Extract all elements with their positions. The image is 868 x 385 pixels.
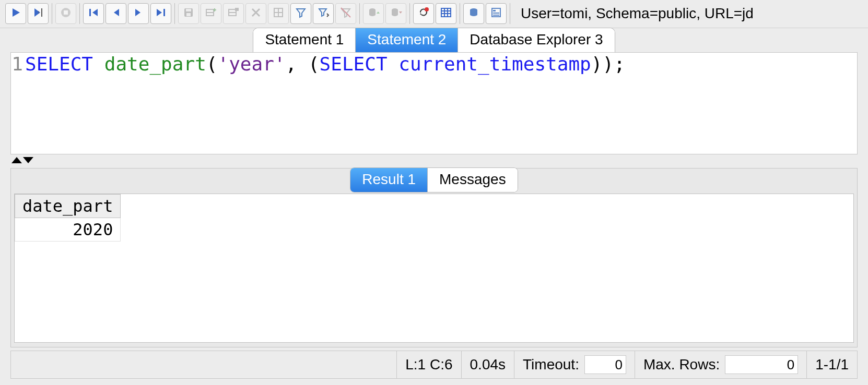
- editor-tabs: Statement 1Statement 2Database Explorer …: [0, 28, 868, 52]
- insert-row-button: [201, 3, 221, 24]
- svg-text:I: I: [38, 10, 39, 15]
- db-up-button: [363, 3, 384, 24]
- editor-tab-3[interactable]: Database Explorer 3: [458, 28, 614, 52]
- toolbar: IUser=tomi, Schema=public, URL=jd: [0, 0, 868, 28]
- timeout-input[interactable]: [584, 355, 626, 374]
- delete-row-button: [245, 3, 266, 24]
- svg-rect-8: [186, 13, 191, 16]
- db-down-icon: [390, 6, 402, 20]
- first-record-button[interactable]: [83, 3, 104, 24]
- grid-dup-icon: [227, 6, 240, 20]
- svg-rect-3: [64, 10, 68, 15]
- column-header[interactable]: date_part: [15, 195, 121, 218]
- results-panel: Result 1Messages date_part2020: [10, 168, 858, 347]
- play-icon: [9, 6, 22, 20]
- sql-token: SELECT: [25, 53, 93, 75]
- svg-point-22: [392, 13, 398, 16]
- svg-rect-13: [235, 8, 239, 11]
- db-view-icon: [467, 6, 480, 20]
- svg-point-31: [470, 13, 477, 16]
- editor-tab-1[interactable]: Statement 1: [253, 28, 356, 52]
- last-record-button[interactable]: [150, 3, 171, 24]
- svg-rect-6: [184, 8, 193, 17]
- result-tab-1[interactable]: Result 1: [350, 168, 428, 192]
- next-icon: [132, 6, 145, 20]
- toolbar-group-misc: [413, 3, 460, 24]
- collapse-down-icon[interactable]: [23, 157, 33, 163]
- stop-button: [55, 3, 76, 24]
- spreadsheet-icon: [440, 6, 452, 20]
- timeout-label: Timeout:: [523, 356, 579, 373]
- sql-token: current_timestamp: [398, 53, 591, 75]
- stop-circle-icon: [60, 6, 72, 20]
- sql-editor[interactable]: 1 SELECT date_part('year', (SELECT curre…: [10, 52, 858, 154]
- toolbar-group-nav: [83, 3, 175, 24]
- collapse-up-icon[interactable]: [11, 157, 22, 163]
- table-row[interactable]: 2020: [15, 218, 121, 242]
- form-view-button[interactable]: [486, 3, 507, 24]
- funnel-clear-icon: [339, 6, 352, 20]
- db-down-button: [385, 3, 406, 24]
- svg-rect-11: [229, 9, 236, 16]
- grid-plus-icon: [205, 6, 217, 20]
- reconnect-icon: [417, 6, 430, 20]
- svg-point-2: [61, 8, 71, 17]
- toolbar-group-run: I: [5, 3, 52, 24]
- svg-rect-18: [369, 10, 376, 15]
- toolbar-group-views: [463, 3, 510, 24]
- toolbar-group-db: [363, 3, 410, 24]
- status-bar: L:1 C:6 0.04s Timeout: Max. Rows: 1-1/1: [10, 351, 858, 379]
- run-single-button[interactable]: I: [28, 3, 49, 24]
- play-cursor-icon: I: [32, 6, 44, 20]
- grid-edit-button: [268, 3, 289, 24]
- sql-token: [93, 53, 104, 75]
- svg-rect-4: [89, 9, 91, 16]
- svg-rect-35: [493, 15, 499, 16]
- svg-rect-7: [186, 9, 191, 11]
- spreadsheet-button[interactable]: [436, 3, 456, 24]
- delete-icon: [250, 6, 262, 20]
- editor-tab-2[interactable]: Statement 2: [356, 28, 458, 52]
- svg-rect-5: [163, 9, 165, 16]
- toolbar-group-edit: [178, 3, 360, 24]
- execution-time: 0.04s: [461, 351, 514, 378]
- filter-button[interactable]: [290, 3, 311, 24]
- svg-point-19: [369, 13, 376, 16]
- svg-rect-34: [493, 13, 499, 14]
- first-icon: [87, 6, 100, 20]
- result-tab-2[interactable]: Messages: [428, 168, 518, 192]
- row-range: 1-1/1: [806, 351, 857, 378]
- duplicate-row-button: [223, 3, 244, 24]
- svg-rect-9: [206, 9, 214, 16]
- db-view-button[interactable]: [463, 3, 484, 24]
- cell[interactable]: 2020: [15, 218, 121, 242]
- svg-rect-14: [274, 8, 283, 17]
- sql-token: (: [206, 53, 218, 75]
- clear-filter-button: [335, 3, 356, 24]
- line-number: 1: [11, 53, 23, 75]
- sql-token: SELECT: [320, 53, 388, 75]
- last-icon: [155, 6, 167, 20]
- db-up-icon: [367, 6, 380, 20]
- connection-info: User=tomi, Schema=public, URL=jd: [521, 5, 754, 22]
- run-button[interactable]: [5, 3, 26, 24]
- result-grid[interactable]: date_part2020: [14, 194, 854, 343]
- sql-token: ));: [591, 53, 625, 75]
- svg-rect-0: [41, 8, 42, 17]
- filter-dropdown-button[interactable]: [313, 3, 334, 24]
- grid-icon: [272, 6, 285, 20]
- sql-code[interactable]: SELECT date_part('year', (SELECT current…: [25, 53, 625, 154]
- maxrows-label: Max. Rows:: [643, 356, 720, 373]
- funnel-down-icon: [317, 6, 330, 20]
- funnel-icon: [295, 6, 307, 20]
- reconnect-button[interactable]: [413, 3, 434, 24]
- svg-rect-24: [441, 8, 451, 17]
- toolbar-group-stop: [55, 3, 80, 24]
- splitter-handle[interactable]: [0, 154, 868, 166]
- next-record-button[interactable]: [128, 3, 149, 24]
- prev-record-button[interactable]: [105, 3, 126, 24]
- svg-rect-21: [392, 10, 398, 15]
- maxrows-input[interactable]: [725, 355, 798, 374]
- line-number-gutter: 1: [11, 53, 25, 154]
- svg-rect-33: [493, 10, 496, 11]
